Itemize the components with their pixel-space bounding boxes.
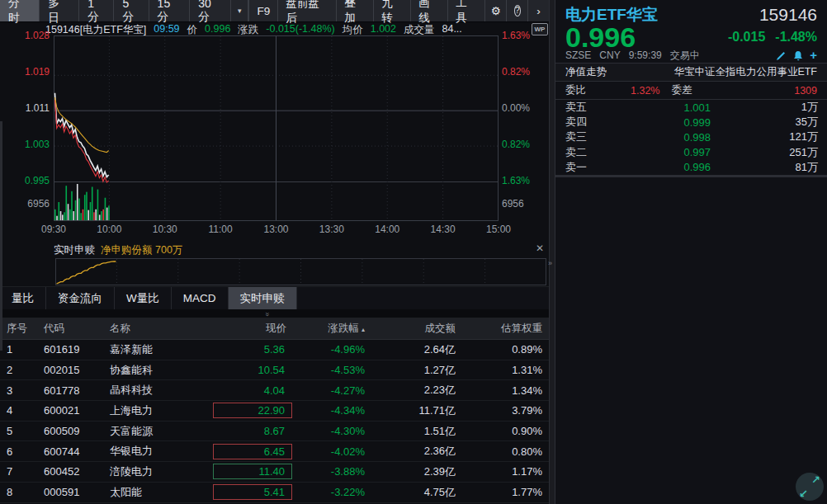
cell-turnover: 2.64亿	[371, 342, 462, 357]
order-level-label: 卖五	[565, 100, 607, 115]
period-tab-15分[interactable]: 15分	[149, 0, 191, 21]
table-row[interactable]: 8000591太阳能5.41-3.22%4.75亿1.77%	[0, 483, 549, 503]
table-row[interactable]: 2002015协鑫能科10.54-4.53%1.27亿1.31%	[0, 360, 549, 381]
cell-change-pct: -3.88%	[293, 465, 371, 478]
chart-header-item: 成交量	[404, 23, 435, 35]
table-row[interactable]: 5600509天富能源8.67-4.30%1.51亿0.90%	[0, 422, 549, 442]
x-axis-time-label: 13:00	[263, 224, 288, 235]
cell-index: 4	[0, 404, 37, 417]
x-axis-time-label: 09:30	[41, 224, 66, 235]
order-volume: 81万	[711, 160, 818, 175]
vertical-divider[interactable]	[549, 0, 555, 504]
cell-index: 1	[0, 343, 37, 356]
toolbar-item-画线[interactable]: 画线	[410, 0, 447, 21]
order-book-row[interactable]: 卖二0.997251万	[555, 145, 827, 160]
help-icon[interactable]: ?	[506, 0, 527, 21]
close-icon[interactable]: ✕	[533, 242, 546, 255]
column-header-序号[interactable]: 序号	[0, 322, 37, 336]
table-row[interactable]: 7600452涪陵电力11.40-3.88%2.39亿1.17%	[0, 462, 549, 483]
panel-collapse-icon[interactable]: »	[548, 259, 552, 267]
cell-name: 天富能源	[103, 424, 206, 439]
x-axis-time-label: 15:00	[486, 224, 511, 235]
subpanel-title: 实时申赎	[54, 243, 95, 257]
column-header-代码[interactable]: 代码	[37, 322, 103, 336]
toolbar-item-工具[interactable]: 工具	[447, 0, 484, 21]
chart-header-item: 84...	[442, 23, 461, 35]
redemption-chart[interactable]	[55, 258, 546, 285]
toolbar-item-盘前盘后[interactable]: 盘前盘后	[277, 0, 336, 21]
nav-trend-label[interactable]: 净值走势	[565, 65, 607, 79]
period-tab-5分[interactable]: 5分	[114, 0, 149, 21]
y-axis-price-label: 0.995	[0, 175, 50, 186]
toolbar-item-九转[interactable]: 九转	[373, 0, 410, 21]
column-header-现价[interactable]: 现价	[206, 322, 293, 336]
weibi-value: 1.32%	[631, 85, 659, 97]
cell-turnover: 1.27亿	[371, 363, 462, 378]
tab-MACD[interactable]: MACD	[172, 287, 229, 309]
y-axis-price-label: 1.003	[0, 139, 50, 150]
more-icon[interactable]: ›	[527, 0, 549, 21]
table-row[interactable]: 4600021上海电力22.90-4.34%11.71亿3.79%	[0, 401, 549, 422]
column-header-成交额[interactable]: 成交额	[371, 322, 462, 336]
column-header-估算权重[interactable]: 估算权重	[462, 322, 549, 336]
help-glyph: ?	[514, 5, 521, 16]
chart-header-item: 涨跌	[238, 23, 258, 35]
indicator-tabbar: 量比资金流向W量比MACD实时申赎	[0, 286, 549, 309]
cell-name: 太阳能	[103, 485, 206, 500]
sort-asc-icon: ▴	[362, 326, 365, 333]
column-header-label: 序号	[7, 323, 27, 334]
chart-header-item: 1.002	[371, 23, 396, 35]
order-book-row[interactable]: 卖五1.0011万	[555, 100, 827, 115]
period-tab-30分[interactable]: 30分	[190, 0, 231, 21]
cell-code: 000591	[37, 486, 103, 498]
period-tab-1分[interactable]: 1分	[79, 0, 114, 21]
subpanel-subtitle: 净申购份额 700万	[101, 243, 182, 257]
y-axis-price-label: 1.028	[0, 30, 50, 41]
tab-W量比[interactable]: W量比	[115, 287, 172, 309]
add-icon[interactable]: +	[810, 50, 817, 60]
column-header-涨跌幅[interactable]: 涨跌幅▴	[293, 322, 371, 336]
panel-splitter[interactable]: »	[0, 309, 549, 318]
tab-实时申赎[interactable]: 实时申赎	[229, 287, 297, 309]
cell-change-pct: -4.96%	[293, 343, 371, 356]
bell-icon[interactable]	[793, 50, 803, 61]
left-panel-notch[interactable]	[0, 121, 2, 351]
period-tab-多日[interactable]: 多日	[40, 0, 79, 21]
order-book-row[interactable]: 卖三0.998121万	[555, 130, 827, 144]
chart-header: 159146[电力ETF华宝]09:59价0.996涨跌-0.015(-1.48…	[45, 23, 462, 35]
intraday-chart[interactable]	[54, 35, 499, 221]
cell-weight: 0.89%	[462, 343, 549, 356]
cell-weight: 0.80%	[462, 445, 549, 458]
weicha-value: 1309	[794, 85, 817, 97]
table-row[interactable]: 3601778晶科科技4.04-4.27%2.23亿1.34%	[0, 380, 549, 401]
table-row[interactable]: 6600744华银电力6.45-4.02%2.36亿0.80%	[0, 441, 549, 462]
cell-weight: 1.17%	[462, 465, 549, 478]
table-body: 1601619嘉泽新能5.36-4.96%2.64亿0.89%2002015协鑫…	[0, 340, 549, 504]
x-axis-time-label: 10:00	[97, 224, 121, 235]
splitter-handle-icon[interactable]: »	[263, 312, 272, 314]
column-header-名称[interactable]: 名称	[103, 322, 206, 336]
table-row[interactable]: 1601619嘉泽新能5.36-4.96%2.64亿0.89%	[0, 340, 549, 360]
tab-资金流向[interactable]: 资金流向	[46, 287, 115, 309]
price-change: -0.015	[728, 30, 765, 45]
expand-icon[interactable]: ↗ ↙	[796, 473, 824, 501]
cell-index: 5	[0, 425, 37, 437]
pencil-icon[interactable]	[776, 50, 787, 61]
cell-code: 600744	[37, 445, 103, 458]
toolbar-item-叠加[interactable]: 叠加	[336, 0, 373, 21]
gear-icon[interactable]: ⚙	[484, 0, 506, 21]
order-price: 0.998	[607, 131, 711, 144]
toolbar-item-F9[interactable]: F9	[248, 0, 277, 21]
cell-name: 晶科科技	[103, 383, 206, 398]
column-header-label: 代码	[44, 323, 64, 334]
column-header-label: 成交额	[425, 323, 456, 334]
cell-price: 8.67	[206, 423, 293, 439]
cell-change-pct: -4.30%	[293, 425, 371, 437]
tab-量比[interactable]: 量比	[0, 287, 46, 309]
order-book-row[interactable]: 卖四0.99935万	[555, 115, 827, 130]
order-book-row[interactable]: 卖一0.99681万	[555, 160, 827, 175]
cell-price: 5.36	[206, 341, 293, 357]
order-level-label: 卖三	[565, 130, 607, 144]
period-dropdown[interactable]: ▾	[231, 0, 249, 21]
period-tab-分时[interactable]: 分时	[0, 0, 40, 21]
